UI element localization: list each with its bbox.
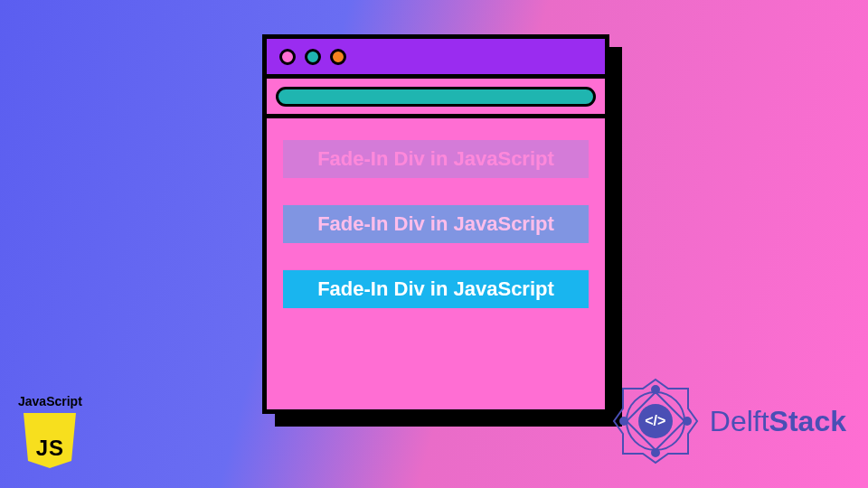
fade-row-2: Fade-In Div in JavaScript	[283, 205, 589, 243]
window-frame: Fade-In Div in JavaScript Fade-In Div in…	[262, 34, 609, 414]
svg-point-6	[652, 449, 659, 456]
close-icon[interactable]	[279, 49, 296, 65]
code-icon: </>	[638, 404, 673, 438]
maximize-icon[interactable]	[330, 49, 346, 65]
javascript-badge: JavaScript JS	[18, 394, 82, 470]
delft-part1: Delft	[710, 405, 769, 437]
fade-row-3: Fade-In Div in JavaScript	[283, 270, 589, 308]
urlbar-row	[267, 79, 605, 118]
svg-point-5	[684, 418, 691, 425]
svg-point-4	[652, 386, 659, 393]
delftstack-text: DelftStack	[710, 405, 846, 438]
content-area: Fade-In Div in JavaScript Fade-In Div in…	[267, 118, 605, 330]
browser-window: Fade-In Div in JavaScript Fade-In Div in…	[262, 34, 609, 414]
delftstack-logo: </> DelftStack	[610, 376, 846, 466]
javascript-label: JavaScript	[18, 394, 82, 408]
javascript-shield-icon: JS	[21, 410, 79, 470]
delft-part2: Stack	[769, 405, 846, 437]
javascript-letters: JS	[21, 436, 79, 461]
url-input[interactable]	[276, 87, 596, 107]
fade-row-1: Fade-In Div in JavaScript	[283, 140, 589, 178]
minimize-icon[interactable]	[305, 49, 321, 65]
svg-point-7	[620, 418, 627, 425]
delftstack-mandala-icon: </>	[610, 376, 701, 466]
titlebar	[267, 39, 605, 79]
